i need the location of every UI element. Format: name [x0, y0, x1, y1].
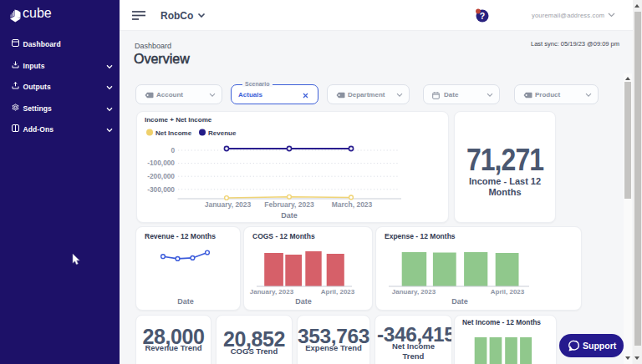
svg-text:Date: Date: [281, 211, 298, 220]
svg-text:0: 0: [171, 146, 175, 154]
svg-text:Net Income: Net Income: [155, 129, 192, 137]
svg-text:January, 2023: January, 2023: [392, 288, 436, 296]
svg-text:Revenue - 12 Months: Revenue - 12 Months: [145, 232, 216, 240]
svg-text:COGS - 12 Months: COGS - 12 Months: [252, 232, 315, 240]
svg-text:April, 2023: April, 2023: [491, 288, 525, 296]
svg-text:Income + Net Income: Income + Net Income: [145, 116, 212, 124]
svg-text:February, 2023: February, 2023: [264, 200, 314, 209]
svg-text:-300,000: -300,000: [147, 185, 175, 194]
svg-text:April, 2023: April, 2023: [321, 288, 355, 296]
svg-text:Date: Date: [295, 297, 312, 306]
svg-text:Expense - 12 Months: Expense - 12 Months: [385, 232, 456, 240]
svg-text:-100,000: -100,000: [147, 159, 175, 167]
svg-text:March, 2023: March, 2023: [332, 200, 373, 209]
svg-text:January, 2023: January, 2023: [205, 200, 252, 209]
svg-text:Revenue: Revenue: [208, 129, 237, 137]
svg-text:Date: Date: [177, 297, 194, 306]
svg-text:Date: Date: [451, 297, 468, 306]
svg-text:-200,000: -200,000: [147, 172, 175, 180]
svg-text:January, 2023: January, 2023: [250, 288, 294, 296]
